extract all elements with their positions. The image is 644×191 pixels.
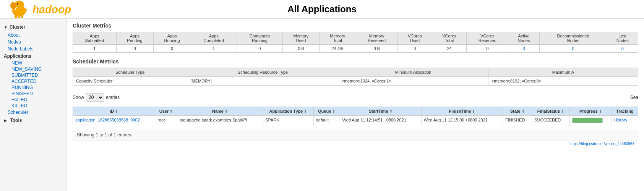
sidebar-cluster-toggle[interactable]: ▼ Cluster [0, 23, 67, 32]
col-apps-running: AppsRunning [153, 32, 191, 45]
col-state[interactable]: State ⇕ [503, 107, 532, 116]
col-vcores-reserved: VCoresReserved [467, 32, 508, 45]
col-decommissioned-nodes: DecommissionedNodes [539, 32, 607, 45]
vcores-used-value: 0 [397, 45, 432, 53]
sidebar-item-about[interactable]: About [0, 32, 67, 39]
sidebar-item-nodes[interactable]: Nodes [0, 39, 67, 45]
sidebar-item-killed[interactable]: KILLED [11, 103, 67, 109]
sidebar-item-scheduler[interactable]: Scheduler [0, 109, 67, 116]
url-bar: https://blog.csdn.net/weixin_44480968 [73, 140, 638, 147]
show-entries-control: Show 10 20 25 50 100 entries Sea [73, 91, 638, 104]
col-id[interactable]: ID ⇕ [73, 107, 155, 116]
cluster-metrics-table: AppsSubmitted AppsPending AppsRunning Ap… [73, 32, 638, 53]
final-status-sort-icon: ⇕ [561, 110, 564, 113]
header: hadoop All Applications [0, 0, 644, 19]
col-start-time[interactable]: StartTime ⇕ [340, 107, 421, 116]
col-lost-nodes: LostNodes [607, 32, 638, 45]
page: hadoop All Applications ▼ Cluster About … [0, 0, 644, 191]
col-apps-submitted: AppsSubmitted [73, 32, 117, 45]
active-nodes-value[interactable]: 3 [508, 45, 539, 53]
col-finish-time[interactable]: FinishTime ⇕ [421, 107, 503, 116]
lost-nodes-value[interactable]: 0 [607, 45, 638, 53]
memory-used-value: 0 B [283, 45, 320, 53]
tools-arrow-icon: ▶ [4, 118, 7, 123]
app-start-time-cell: Wed Aug 11 12:14:51 +0800 2021 [340, 116, 421, 126]
scheduler-metrics-table: Scheduler Type Scheduling Resource Type … [73, 68, 638, 86]
entries-select[interactable]: 10 20 25 50 100 [86, 93, 104, 102]
sidebar-item-accepted[interactable]: ACCEPTED [11, 78, 67, 84]
id-sort-icon: ⇕ [115, 110, 118, 113]
app-id-cell[interactable]: application_1628655039568_0002 [73, 116, 155, 126]
containers-running-value: 0 [237, 45, 282, 53]
maximum-allocation-value: <memory:8192, vCores:8> [488, 77, 638, 86]
svg-rect-5 [18, 15, 20, 18]
sidebar-tools-label: Tools [10, 118, 22, 123]
col-apps-completed: AppsCompleted [191, 32, 237, 45]
col-scheduling-resource-type: Scheduling Resource Type [187, 68, 338, 77]
sidebar-tools-toggle[interactable]: ▶ Tools [0, 116, 67, 125]
col-scheduler-type: Scheduler Type [73, 68, 187, 77]
app-tracking-cell[interactable]: History [612, 116, 638, 126]
col-tracking: Tracking [612, 107, 638, 116]
cluster-arrow-icon: ▼ [4, 25, 8, 29]
scheduling-resource-type-value: [MEMORY] [187, 77, 338, 86]
svg-point-3 [17, 3, 18, 5]
svg-rect-6 [21, 15, 23, 18]
progress-bar-container [572, 118, 603, 123]
sidebar-item-new[interactable]: NEW [11, 60, 67, 66]
page-title: All Applications [287, 4, 356, 15]
vcores-total-value: 24 [432, 45, 466, 53]
sidebar-cluster-label: Cluster [10, 24, 25, 30]
name-sort-icon: ⇕ [225, 110, 228, 113]
col-memory-reserved: MemoryReserved [356, 32, 397, 45]
decommissioned-nodes-value[interactable]: 0 [539, 45, 607, 53]
app-state-cell: FINISHED [503, 116, 532, 126]
col-final-status[interactable]: FinalStatus ⇕ [532, 107, 570, 116]
showing-entries-footer: Showing 1 to 1 of 1 entries [73, 130, 638, 140]
app-name-cell: org.apache.spark.examples.SparkPi [177, 116, 263, 126]
col-memory-total: MemoryTotal [319, 32, 356, 45]
col-minimum-allocation: Minimum Allocation [338, 68, 488, 77]
scheduler-type-value: Capacity Scheduler [73, 77, 187, 86]
sidebar-item-new-saving[interactable]: NEW_SAVING [11, 66, 67, 72]
svg-point-2 [10, 2, 16, 9]
col-active-nodes: ActiveNodes [508, 32, 539, 45]
sidebar-item-finished[interactable]: FINISHED [11, 91, 67, 97]
col-progress[interactable]: Progress ⇕ [569, 107, 612, 116]
sidebar-item-failed[interactable]: FAILED [11, 97, 67, 103]
hadoop-brand-text: hadoop [32, 3, 71, 15]
sidebar-item-running[interactable]: RUNNING [11, 84, 67, 91]
applications-table: ID ⇕ User ⇕ Name ⇕ Application Type ⇕ Qu… [73, 107, 638, 126]
cluster-metrics-title: Cluster Metrics [73, 23, 638, 29]
tracking-history-link[interactable]: History [614, 118, 627, 122]
memory-reserved-value: 0 B [356, 45, 397, 53]
app-queue-cell: default [313, 116, 340, 126]
show-label: Show [73, 95, 84, 100]
memory-total-value: 24 GB [319, 45, 356, 53]
body-container: ▼ Cluster About Nodes Node Labels Applic… [0, 19, 644, 191]
app-finish-time-cell: Wed Aug 11 12:15:06 +0800 2021 [421, 116, 503, 126]
sidebar-item-node-labels[interactable]: Node Labels [0, 45, 67, 52]
col-user[interactable]: User ⇕ [155, 107, 177, 116]
table-row: application_1628655039568_0002 root org.… [73, 116, 638, 126]
apps-completed-value: 1 [191, 45, 237, 53]
hadoop-elephant-icon [8, 0, 31, 20]
app-user-cell: root [155, 116, 177, 126]
sidebar: ▼ Cluster About Nodes Node Labels Applic… [0, 19, 67, 191]
entries-label: entries [106, 95, 120, 100]
col-application-type[interactable]: Application Type ⇕ [263, 107, 313, 116]
sidebar-applications-label: Applications [0, 52, 67, 60]
main-content: Cluster Metrics AppsSubmitted AppsPendin… [67, 19, 644, 191]
col-queue[interactable]: Queue ⇕ [313, 107, 340, 116]
app-id-link[interactable]: application_1628655039568_0002 [75, 118, 140, 122]
progress-sort-icon: ⇕ [599, 110, 602, 113]
start-time-sort-icon: ⇕ [389, 110, 393, 113]
col-apps-pending: AppsPending [116, 32, 153, 45]
sidebar-item-submitted[interactable]: SUBMITTED [11, 72, 67, 78]
apps-submitted-value: 1 [73, 45, 117, 53]
apps-running-value: 0 [153, 45, 191, 53]
col-name[interactable]: Name ⇕ [177, 107, 263, 116]
logo: hadoop [8, 0, 71, 20]
col-memory-used: MemoryUsed [283, 32, 320, 45]
finish-time-sort-icon: ⇕ [472, 110, 475, 113]
